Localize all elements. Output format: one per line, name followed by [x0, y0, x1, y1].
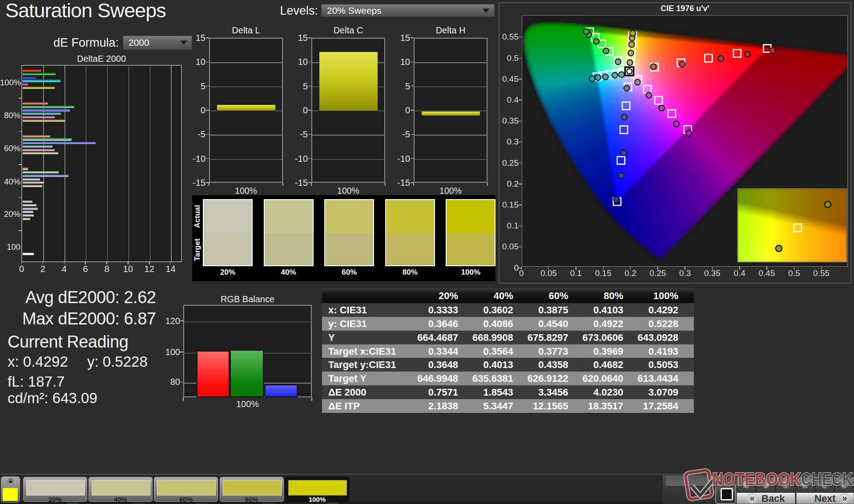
svg-text:CHECK: CHECK [801, 469, 853, 489]
svg-text:NOTEBOOK: NOTEBOOK [712, 469, 801, 489]
